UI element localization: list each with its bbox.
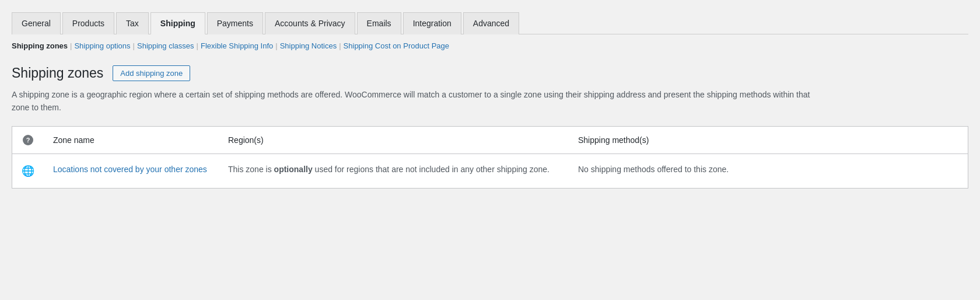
optionally-text: optionally xyxy=(274,165,313,174)
col-header-region: Region(s) xyxy=(219,126,569,154)
zone-icon-cell: 🌐 xyxy=(12,154,44,188)
subnav-separator: | xyxy=(275,41,277,50)
tab-shipping[interactable]: Shipping xyxy=(150,12,205,34)
subnav-separator: | xyxy=(133,41,135,50)
zone-name-link[interactable]: Locations not covered by your other zone… xyxy=(53,165,207,174)
subnav-separator: | xyxy=(70,41,72,50)
subnav-item-shipping-zones: Shipping zones xyxy=(12,41,68,50)
page-title: Shipping zones xyxy=(12,65,103,81)
tab-products[interactable]: Products xyxy=(62,12,114,34)
page-wrapper: GeneralProductsTaxShippingPaymentsAccoun… xyxy=(0,0,980,212)
tab-integration[interactable]: Integration xyxy=(403,12,461,34)
col-header-shipping-method: Shipping method(s) xyxy=(569,126,968,154)
tab-general[interactable]: General xyxy=(12,12,61,34)
table-head: ? Zone name Region(s) Shipping method(s) xyxy=(12,126,968,154)
help-icon[interactable]: ? xyxy=(23,135,33,145)
subnav-separator: | xyxy=(197,41,198,50)
add-shipping-zone-button[interactable]: Add shipping zone xyxy=(113,65,190,81)
table-row: 🌐 Locations not covered by your other zo… xyxy=(12,154,968,188)
subnav-separator: | xyxy=(339,41,341,50)
subnav-item-shipping-notices[interactable]: Shipping Notices xyxy=(280,41,337,50)
shipping-method-cell: No shipping methods offered to this zone… xyxy=(569,154,968,188)
region-cell: This zone is optionally used for regions… xyxy=(219,154,569,188)
subnav-item-shipping-options[interactable]: Shipping options xyxy=(74,41,130,50)
subnav-item-flexible-shipping-info[interactable]: Flexible Shipping Info xyxy=(201,41,273,50)
subnav-item-shipping-classes[interactable]: Shipping classes xyxy=(137,41,194,50)
page-heading-row: Shipping zones Add shipping zone xyxy=(12,65,968,81)
tabs-row: GeneralProductsTaxShippingPaymentsAccoun… xyxy=(12,12,968,34)
subnav: Shipping zones | Shipping options | Ship… xyxy=(12,34,968,56)
tab-tax[interactable]: Tax xyxy=(116,12,149,34)
zones-table: ? Zone name Region(s) Shipping method(s)… xyxy=(12,126,968,189)
tab-accounts-privacy[interactable]: Accounts & Privacy xyxy=(265,12,355,34)
subnav-item-shipping-cost-on-product-page[interactable]: Shipping Cost on Product Page xyxy=(344,41,449,50)
zone-name-cell: Locations not covered by your other zone… xyxy=(44,154,219,188)
globe-icon: 🌐 xyxy=(22,165,34,177)
table-body: 🌐 Locations not covered by your other zo… xyxy=(12,154,968,188)
col-header-icon: ? xyxy=(12,126,44,154)
col-header-zone-name: Zone name xyxy=(44,126,219,154)
table-header-row: ? Zone name Region(s) Shipping method(s) xyxy=(12,126,968,154)
tab-emails[interactable]: Emails xyxy=(357,12,401,34)
tab-advanced[interactable]: Advanced xyxy=(463,12,519,34)
tab-payments[interactable]: Payments xyxy=(207,12,263,34)
page-description: A shipping zone is a geographic region w… xyxy=(12,88,828,114)
